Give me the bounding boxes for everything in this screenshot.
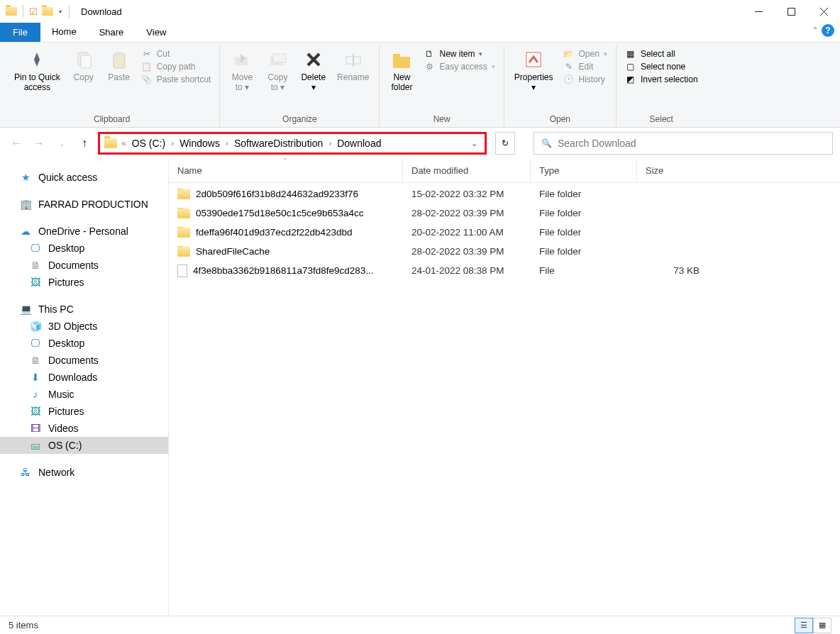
copy-path-button[interactable]: 📋Copy path xyxy=(138,61,214,72)
sidebar-this-pc[interactable]: 💻This PC xyxy=(0,301,168,318)
new-folder-button[interactable]: New folder xyxy=(385,47,418,95)
search-input[interactable] xyxy=(558,138,825,149)
history-icon: 🕑 xyxy=(563,74,575,84)
sidebar-network[interactable]: 🖧Network xyxy=(0,464,168,481)
forward-button[interactable]: → xyxy=(30,137,48,150)
folder-icon xyxy=(177,208,190,218)
address-bar-row: ← → ⌄ ↑ « OS (C:) › Windows › SoftwareDi… xyxy=(0,128,840,159)
easy-access-button[interactable]: ⚙Easy access ▾ xyxy=(421,61,497,72)
svg-rect-7 xyxy=(114,54,125,68)
sidebar-pc-documents[interactable]: 🗎Documents xyxy=(0,352,168,369)
file-row[interactable]: fdeffa96f401d9d37ecd2f22db423dbd20-02-20… xyxy=(169,223,840,242)
sidebar-3d-objects[interactable]: 🧊3D Objects xyxy=(0,318,168,335)
sidebar-pc-downloads[interactable]: ⬇Downloads xyxy=(0,369,168,386)
qat-check-icon[interactable]: ☑ xyxy=(29,6,38,17)
file-row[interactable]: 2d0b509f616f31b8d244632ad9233f7615-02-20… xyxy=(169,184,840,204)
search-icon: 🔍 xyxy=(541,138,552,148)
sidebar-pc-pictures[interactable]: 🖼Pictures xyxy=(0,403,168,420)
file-row[interactable]: 4f3e8bba3362b9186811a73fd8fe9cd283...24-… xyxy=(169,261,840,280)
paste-shortcut-button[interactable]: 📎Paste shortcut xyxy=(138,74,214,85)
sidebar-pc-desktop[interactable]: 🖵Desktop xyxy=(0,335,168,352)
column-type[interactable]: Type xyxy=(531,159,637,182)
collapse-ribbon-icon[interactable]: ⌃ xyxy=(812,26,819,35)
sidebar-od-documents[interactable]: 🗎Documents xyxy=(0,257,168,274)
crumb-windows[interactable]: Windows xyxy=(175,138,224,149)
group-label-clipboard: Clipboard xyxy=(10,114,214,126)
history-button[interactable]: 🕑History xyxy=(560,74,610,85)
up-button[interactable]: ↑ xyxy=(75,137,94,150)
download-icon: ⬇ xyxy=(28,372,43,383)
folder-icon xyxy=(6,7,17,16)
open-button[interactable]: 📂Open ▾ xyxy=(560,48,610,60)
file-icon xyxy=(177,265,187,277)
file-tab[interactable]: File xyxy=(0,23,40,42)
chevron-right-icon[interactable]: › xyxy=(327,138,333,148)
help-icon[interactable]: ? xyxy=(822,24,834,37)
sidebar-quick-access[interactable]: ★Quick access xyxy=(0,169,168,186)
home-tab[interactable]: Home xyxy=(40,23,88,42)
properties-button[interactable]: Properties▾ xyxy=(510,47,558,95)
address-dropdown-icon[interactable]: ⌄ xyxy=(468,139,480,148)
chevron-icon[interactable]: « xyxy=(120,138,128,148)
maximize-button[interactable] xyxy=(775,0,807,23)
new-item-button[interactable]: 🗋New item ▾ xyxy=(421,48,497,60)
item-count: 5 items xyxy=(9,620,38,630)
chevron-right-icon[interactable]: › xyxy=(224,138,230,148)
back-button[interactable]: ← xyxy=(7,137,26,150)
move-to-button[interactable]: Move to ▾ xyxy=(226,47,258,95)
pin-to-quick-access-button[interactable]: Pin to Quick access xyxy=(10,47,65,95)
navigation-pane[interactable]: ★Quick access 🏢FARRAD PRODUCTION ☁OneDri… xyxy=(0,159,169,616)
svg-marker-4 xyxy=(34,52,40,67)
view-tab[interactable]: View xyxy=(135,23,177,42)
column-name[interactable]: ˄Name xyxy=(169,159,403,182)
paste-button[interactable]: Paste xyxy=(103,47,136,85)
minimize-button[interactable] xyxy=(742,0,775,23)
group-label-organize: Organize xyxy=(226,114,373,126)
sidebar-pc-os[interactable]: 🖴OS (C:) xyxy=(0,437,168,454)
rename-button[interactable]: Rename xyxy=(333,47,373,85)
column-date[interactable]: Date modified xyxy=(403,159,531,182)
folder-icon[interactable] xyxy=(42,7,53,16)
close-button[interactable] xyxy=(807,0,840,23)
address-bar[interactable]: « OS (C:) › Windows › SoftwareDistributi… xyxy=(98,132,487,155)
column-headers: ˄Name Date modified Type Size xyxy=(169,159,840,183)
edit-icon: ✎ xyxy=(563,62,575,72)
ribbon-group-new: New folder 🗋New item ▾ ⚙Easy access ▾ Ne… xyxy=(380,45,504,127)
svg-rect-6 xyxy=(81,55,91,68)
file-row[interactable]: SharedFileCache28-02-2022 03:39 PMFile f… xyxy=(169,242,840,261)
file-type: File folder xyxy=(531,189,637,199)
sidebar-pc-music[interactable]: ♪Music xyxy=(0,386,168,403)
file-type: File xyxy=(531,265,637,276)
refresh-button[interactable]: ↻ xyxy=(495,132,515,155)
crumb-download[interactable]: Download xyxy=(333,138,385,149)
thumbnails-view-button[interactable]: ▦ xyxy=(813,618,831,633)
qat-dropdown-icon[interactable]: ▾ xyxy=(57,9,63,15)
crumb-softwaredistribution[interactable]: SoftwareDistribution xyxy=(230,138,327,149)
copy-to-button[interactable]: Copy to ▾ xyxy=(261,47,294,95)
sidebar-od-pictures[interactable]: 🖼Pictures xyxy=(0,274,168,291)
folder-icon xyxy=(177,189,190,199)
recent-dropdown-icon[interactable]: ⌄ xyxy=(52,140,71,148)
chevron-right-icon[interactable]: › xyxy=(170,138,175,148)
invert-selection-button[interactable]: ◩Invert selection xyxy=(622,74,701,85)
cut-button[interactable]: ✂Cut xyxy=(138,48,214,60)
folder-icon xyxy=(177,228,190,238)
select-all-button[interactable]: ▦Select all xyxy=(622,48,701,60)
share-tab[interactable]: Share xyxy=(88,23,136,42)
sidebar-farrad[interactable]: 🏢FARRAD PRODUCTION xyxy=(0,196,168,213)
svg-rect-11 xyxy=(273,54,286,62)
select-none-button[interactable]: ▢Select none xyxy=(622,61,701,72)
details-view-button[interactable]: ☰ xyxy=(795,618,813,633)
column-size[interactable]: Size xyxy=(637,159,708,182)
copy-button[interactable]: Copy xyxy=(67,47,100,85)
crumb-os[interactable]: OS (C:) xyxy=(128,138,170,149)
file-row[interactable]: 05390ede175d18e50c1c5ce9b653a4cc28-02-20… xyxy=(169,204,840,223)
ribbon-group-organize: Move to ▾ Copy to ▾ Delete▾ Rename Organ… xyxy=(220,45,380,127)
document-icon: 🗎 xyxy=(28,355,43,366)
delete-button[interactable]: Delete▾ xyxy=(297,47,330,95)
sidebar-od-desktop[interactable]: 🖵Desktop xyxy=(0,240,168,257)
edit-button[interactable]: ✎Edit xyxy=(560,61,610,72)
search-box[interactable]: 🔍 xyxy=(534,132,833,155)
sidebar-pc-videos[interactable]: 🎞Videos xyxy=(0,420,168,437)
sidebar-onedrive[interactable]: ☁OneDrive - Personal xyxy=(0,223,168,240)
